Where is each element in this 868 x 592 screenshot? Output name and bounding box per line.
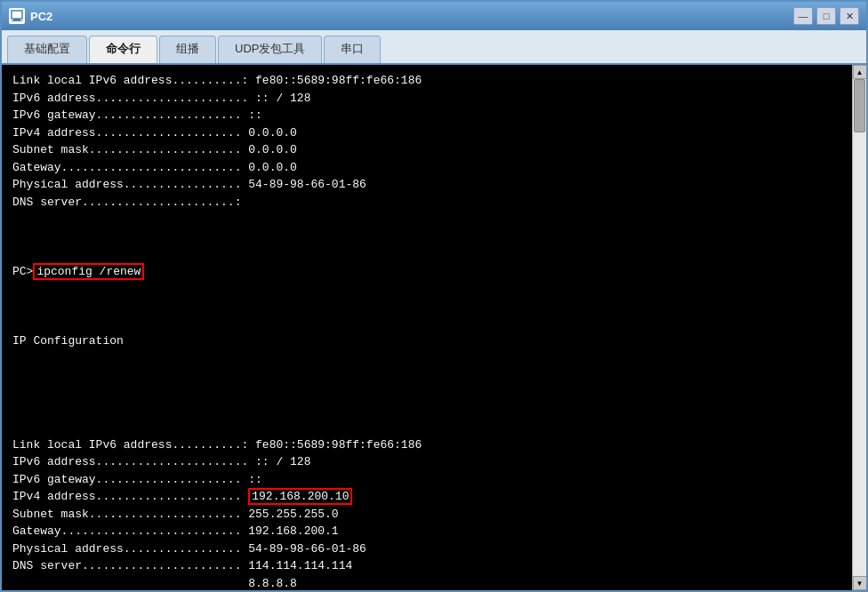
close-button[interactable]: ✕ [840,7,859,25]
scroll-down-button[interactable]: ▼ [853,576,867,590]
window-title: PC2 [30,10,52,23]
scroll-up-button[interactable]: ▲ [853,65,867,79]
tab-bar: 基础配置 命令行 组播 UDP发包工具 串口 [2,30,866,65]
terminal-line: 8.8.8.8 [12,575,841,591]
terminal-line: Link local IPv6 address..........: fe80:… [12,72,841,90]
maximize-button[interactable]: □ [816,7,836,25]
svg-rect-1 [13,19,20,20]
terminal-line: IP Configuration [12,332,841,350]
terminal-line [12,298,841,316]
tab-serial[interactable]: 串口 [324,36,381,63]
tab-basic-config[interactable]: 基础配置 [7,36,87,63]
terminal-line: IPv4 address..................... 0.0.0.… [12,124,841,142]
tab-udp-tool[interactable]: UDP发包工具 [218,36,322,63]
content-area: Link local IPv6 address..........: fe80:… [2,65,866,590]
title-bar: PC2 — □ ✕ [2,2,866,30]
scrollbar[interactable]: ▲ ▼ [852,65,866,590]
terminal-line: IPv6 gateway..................... :: [12,107,841,124]
terminal-output[interactable]: Link local IPv6 address..........: fe80:… [2,65,852,590]
ipv4-address-highlight: 192.168.200.10 [248,488,352,505]
terminal-line [12,228,841,246]
terminal-line: Physical address................. 54-89-… [12,176,841,194]
minimize-button[interactable]: — [793,7,813,25]
command-highlight: ipconfig /renew [33,263,144,280]
scroll-track[interactable] [853,79,866,576]
tab-multicast[interactable]: 组播 [159,36,216,63]
title-bar-left: PC2 [9,8,52,24]
terminal-line: IPv6 address...................... :: / … [12,90,841,108]
terminal-line: DNS server......................: [12,194,841,212]
terminal-line [12,367,841,385]
terminal-line: IPv6 gateway..................... :: [12,471,841,489]
tab-command-line[interactable]: 命令行 [89,36,157,63]
terminal-line: Subnet mask...................... 0.0.0.… [12,141,841,159]
main-window: PC2 — □ ✕ 基础配置 命令行 组播 UDP发包工具 串口 Link lo… [0,0,868,592]
terminal-line: IPv6 address...................... :: / … [12,453,841,471]
terminal-line [12,402,841,420]
terminal-line: Subnet mask...................... 255.25… [12,506,841,524]
terminal-line: DNS server....................... 114.11… [12,557,841,575]
terminal-line: Physical address................. 54-89-… [12,540,841,558]
terminal-line: IPv4 address..................... 192.16… [12,488,841,506]
terminal-line: Gateway.......................... 192.16… [12,523,841,540]
title-bar-controls: — □ ✕ [793,7,859,25]
svg-rect-2 [12,20,22,21]
terminal-line: Link local IPv6 address..........: fe80:… [12,436,841,454]
terminal-line: Gateway.......................... 0.0.0.… [12,159,841,177]
terminal-line: PC>ipconfig /renew [12,263,841,281]
scroll-thumb[interactable] [854,79,865,132]
svg-rect-0 [12,11,22,19]
window-icon [9,8,25,24]
